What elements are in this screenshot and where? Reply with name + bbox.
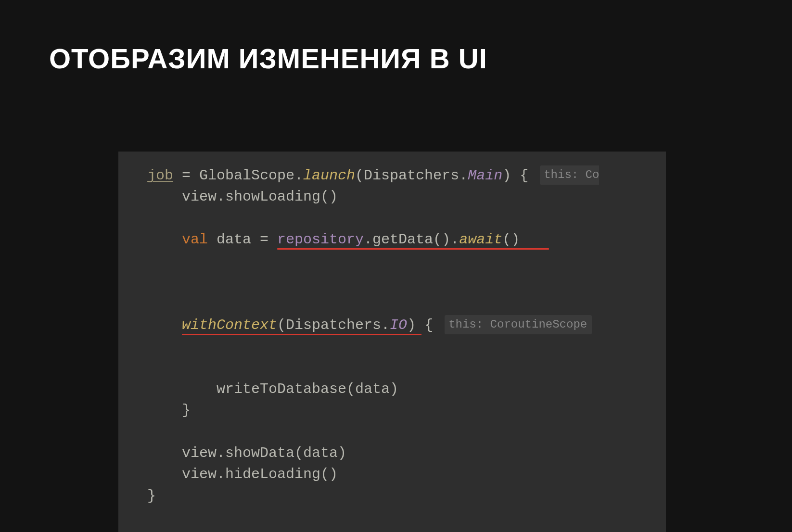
inlay-hint: this: CoroutineScope <box>445 315 592 334</box>
blank-line <box>147 293 666 314</box>
red-underline <box>182 334 422 335</box>
indent <box>147 381 217 397</box>
indent <box>147 231 182 248</box>
text: = GlobalScope. <box>173 167 303 184</box>
code-line-6: } <box>147 400 666 421</box>
code-line-3: val data = repository.getData().await() <box>147 229 666 293</box>
code-line-5: writeToDatabase(data) <box>147 379 666 400</box>
main-dispatcher: Main <box>468 167 502 184</box>
await-call: await <box>459 231 502 248</box>
text: (Dispatchers. <box>277 317 390 333</box>
code-line-2: view.showLoading() <box>147 186 666 207</box>
indent <box>147 317 182 333</box>
text: ) { <box>502 167 528 184</box>
repository-property: repository <box>277 231 364 248</box>
text: ) { <box>407 317 433 333</box>
blank-line <box>147 421 666 443</box>
text: () <box>502 231 520 248</box>
job-identifier: job <box>147 167 173 184</box>
text: writeToDatabase(data) <box>217 381 398 397</box>
code-line-4: withContext(Dispatchers.IO) { this: Coro… <box>147 315 666 379</box>
text: view.hideLoading() <box>182 466 338 482</box>
text: data = <box>208 231 277 248</box>
red-underline <box>277 248 549 250</box>
blank-line <box>147 208 666 229</box>
text: .getData(). <box>364 231 459 248</box>
text: } <box>182 402 191 418</box>
indent <box>147 445 182 461</box>
withcontext-call: withContext <box>182 317 277 333</box>
text: view.showData(data) <box>182 445 346 461</box>
code-line-9: } <box>147 485 666 507</box>
code-line-7: view.showData(data) <box>147 443 666 464</box>
inlay-hint: this: Co <box>540 165 599 185</box>
slide-title: ОТОБРАЗИМ ИЗМЕНЕНИЯ В UI <box>0 0 792 75</box>
code-line-1: job = GlobalScope.launch(Dispatchers.Mai… <box>147 165 666 186</box>
indent <box>147 189 182 205</box>
code-block: job = GlobalScope.launch(Dispatchers.Mai… <box>118 152 666 532</box>
indent <box>147 402 182 418</box>
launch-call: launch <box>303 167 355 184</box>
io-dispatcher: IO <box>390 317 407 333</box>
indent <box>147 466 182 482</box>
text: view.showLoading() <box>182 189 338 205</box>
text: } <box>147 488 156 504</box>
code-line-8: view.hideLoading() <box>147 464 666 485</box>
text: (Dispatchers. <box>355 167 468 184</box>
val-keyword: val <box>182 231 208 248</box>
